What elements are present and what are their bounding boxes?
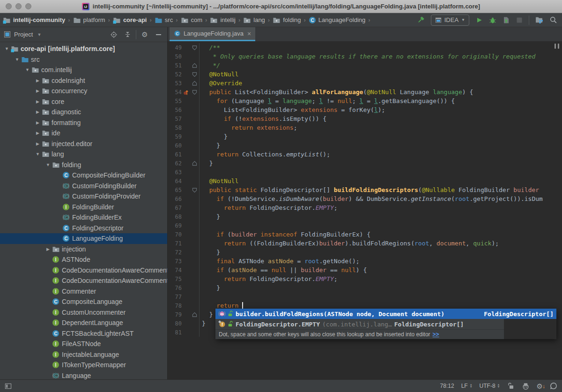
run-with-coverage-button[interactable] [503,16,510,24]
code-line[interactable]: 50 * Only queries base language results … [168,52,562,61]
line-separator-widget[interactable]: LF ▲▼ [461,383,473,389]
code-line[interactable]: 72 } [168,248,562,257]
tree-expand-arrow-icon[interactable]: ▼ [34,152,42,156]
tree-item[interactable]: ▶ide [0,128,167,139]
event-log-balloon-icon[interactable] [550,382,557,390]
locate-file-button[interactable] [109,30,119,40]
tree-expand-arrow-icon[interactable]: ▼ [23,67,31,72]
completion-item-selected[interactable]: mbuilder.buildFoldRegions(ASTNode node, … [215,309,556,319]
tree-item[interactable]: CCustomFoldingBuilder [0,181,167,192]
breadcrumb-item[interactable]: lang [243,16,265,24]
editor[interactable]: 49 /**50 * Only queries base language re… [168,41,562,379]
tree-item[interactable]: CFCTSBackedLighterAST [0,328,167,339]
collapse-all-button[interactable] [122,30,133,40]
code-line[interactable]: 65 public static FoldingDescriptor[] bui… [168,185,562,194]
tree-collapse-arrow-icon[interactable]: ▶ [34,99,42,104]
code-line[interactable]: 59 } [168,132,562,141]
code-line[interactable]: 57 if (!extensions.isEmpty()) { [168,114,562,123]
code-line[interactable]: 62 } [168,159,562,168]
code-line[interactable]: 66 if (!DumbService.isDumbAware(builder)… [168,194,562,203]
breadcrumb-item[interactable]: platform [73,16,105,24]
tree-expand-arrow-icon[interactable]: ▼ [44,163,52,167]
breadcrumb-item[interactable]: intellij-community [3,16,65,24]
tree-collapse-arrow-icon[interactable]: ▶ [34,120,42,125]
tree-item[interactable]: ▶concurrency [0,86,167,96]
code-line[interactable]: 51 */ [168,61,562,70]
code-line[interactable]: 75 return FoldingDescriptor.EMPTY; [168,274,562,283]
breadcrumb-item[interactable]: src [155,16,173,24]
breadcrumb-item[interactable]: com [181,16,203,24]
completion-hint-link[interactable]: >> [433,331,439,338]
code-line[interactable]: 73 final ASTNode astNode = root.getNode(… [168,257,562,266]
close-window-button[interactable] [6,3,12,9]
tree-item[interactable]: CLanguage [0,370,167,380]
tree-collapse-arrow-icon[interactable]: ▶ [34,89,42,93]
code-line[interactable]: 52 @NotNull [168,70,562,79]
code-line[interactable]: 77 [168,292,562,301]
code-line[interactable]: 54 public List<FoldingBuilder> allForLan… [168,88,562,96]
code-line[interactable]: 70 if (builder instanceof FoldingBuilder… [168,230,562,239]
code-line[interactable]: 61 return Collections.emptyList(); [168,150,562,159]
completion-item[interactable]: fFoldingDescriptor.EMPTY (com.intellij.l… [215,319,504,329]
tree-item[interactable]: CCompositeLanguage [0,296,167,307]
tree-item[interactable]: IASTNode [0,254,167,265]
update-available-icon[interactable]: ⚙ ↓ [537,383,543,390]
tree-item[interactable]: IFileASTNode [0,339,167,349]
chevron-down-icon[interactable]: ▼ [37,32,41,37]
tree-expand-arrow-icon[interactable]: ▼ [13,57,21,62]
run-button[interactable] [475,16,483,24]
tree-item[interactable]: CFoldingDescriptor [0,223,167,234]
breadcrumb-item[interactable]: intellij [210,16,236,24]
code-line[interactable]: 53 @Override [168,79,562,88]
code-line[interactable]: 60 } [168,141,562,150]
lock-open-icon[interactable] [507,382,515,390]
caret-position-widget[interactable]: 78:12 [440,383,454,389]
tree-item[interactable]: CCompositeFoldingBuilder [0,170,167,181]
code-line[interactable]: 68 } [168,212,562,221]
tree-collapse-arrow-icon[interactable]: ▶ [34,110,42,114]
panel-settings-button[interactable]: ⚙ [140,30,150,40]
code-line[interactable]: 58 return extensions; [168,123,562,132]
tree-item[interactable]: IInjectableLanguage [0,349,167,360]
close-tab-icon[interactable]: × [247,30,251,37]
tree-item[interactable]: ICodeDocumentationAwareCommenterEx [0,275,167,286]
breadcrumb-item[interactable]: core-api [113,16,147,24]
tree-item[interactable]: IDependentLanguage [0,318,167,328]
debug-button[interactable] [489,16,496,24]
tree-collapse-arrow-icon[interactable]: ▶ [44,247,52,251]
tree-item[interactable]: ▼com.intellij [0,65,167,75]
hide-panel-button[interactable] [153,30,163,40]
tree-item[interactable]: ▼core-api [intellij.platform.core] [0,44,167,54]
tree-item[interactable]: ICustomUncommenter [0,307,167,318]
tree-collapse-arrow-icon[interactable]: ▶ [34,131,42,135]
scrollbar-marks[interactable] [555,44,559,49]
tree-item[interactable]: ▼lang [0,149,167,160]
tree-item[interactable]: ▶codeInsight [0,75,167,86]
breadcrumb-item[interactable]: folding [273,16,301,24]
tree-item[interactable]: ▶diagnostic [0,107,167,118]
stop-button[interactable] [516,17,523,23]
editor-tab-languagefolding[interactable]: C LanguageFolding.java × [170,27,255,41]
build-hammer-icon[interactable] [417,16,425,24]
code-line[interactable]: 69 [168,221,562,230]
tree-item[interactable]: ICommenter [0,286,167,297]
tree-item[interactable]: ▶injected.editor [0,139,167,149]
tree-collapse-arrow-icon[interactable]: ▶ [34,141,42,146]
tree-item[interactable]: IFoldingBuilder [0,202,167,213]
breadcrumb-item[interactable]: CLanguageFolding [309,16,365,24]
tree-collapse-arrow-icon[interactable]: ▶ [34,78,42,83]
tree-item[interactable]: ▶injection [0,244,167,255]
toolwindow-toggle-icon[interactable] [5,383,12,390]
encoding-widget[interactable]: UTF-8 ▲▼ [480,383,500,389]
hector-inspections-icon[interactable] [522,382,530,390]
tree-item[interactable]: CLanguageFolding [0,233,167,244]
tree-item[interactable]: ▶formatting [0,118,167,128]
code-line[interactable]: 55 for (Language l = language; l != null… [168,96,562,105]
tree-item[interactable]: CFoldingBuilderEx [0,212,167,223]
code-line[interactable]: 49 /** [168,43,562,52]
tree-item[interactable]: ▼src [0,54,167,65]
tree-expand-arrow-icon[interactable]: ▼ [3,46,11,51]
code-line[interactable]: 64 @NotNull [168,177,562,185]
tree-item[interactable]: CCustomFoldingProvider [0,191,167,202]
search-everywhere-button[interactable] [549,16,557,24]
